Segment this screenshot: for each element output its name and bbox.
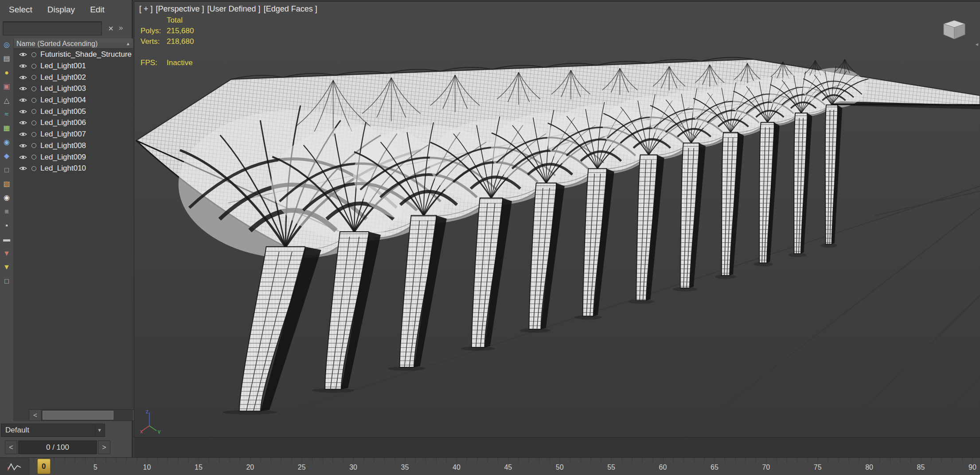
scene-item-label[interactable]: Led_Light001 bbox=[40, 62, 86, 70]
node-type-dot-icon[interactable] bbox=[31, 86, 36, 91]
toolbar-overflow-icon[interactable]: » bbox=[119, 23, 123, 32]
viewcube[interactable] bbox=[941, 18, 968, 41]
grid-view-icon[interactable]: ▪ bbox=[0, 221, 14, 230]
chevron-down-icon[interactable]: ▾ bbox=[95, 424, 104, 436]
containers-filter-icon[interactable]: □ bbox=[0, 165, 14, 175]
scene-item-label[interactable]: Futuristic_Shade_Structure bbox=[40, 50, 132, 59]
scene-item-row[interactable]: Led_Light008 bbox=[14, 140, 133, 152]
scene-item-row[interactable]: Led_Light010 bbox=[14, 163, 133, 175]
viewport-canvas[interactable] bbox=[134, 2, 980, 437]
scene-item-row[interactable]: Led_Light004 bbox=[14, 95, 133, 106]
spinner-value-field[interactable]: 0 / 100 bbox=[18, 440, 97, 454]
lights-filter-icon[interactable]: ● bbox=[0, 68, 14, 78]
preset-dropdown-value: Default bbox=[5, 426, 29, 434]
scene-item-label[interactable]: Led_Light010 bbox=[40, 164, 86, 173]
spinner-increment-button[interactable]: > bbox=[98, 440, 110, 454]
spinner-decrement-button[interactable]: < bbox=[5, 440, 17, 454]
visibility-eye-icon[interactable] bbox=[19, 155, 27, 160]
node-type-dot-icon[interactable] bbox=[31, 143, 36, 148]
filter-custom-icon[interactable]: ▼ bbox=[0, 262, 14, 272]
preset-dropdown[interactable]: Default ▾ bbox=[1, 424, 105, 437]
timeline-tick-label: 25 bbox=[298, 463, 306, 471]
viewport-camera-menu[interactable]: [User Defined ] bbox=[207, 4, 261, 14]
viewport-pov-menu[interactable]: [Perspective ] bbox=[156, 4, 204, 14]
viewport-shading-menu[interactable]: [Edged Faces ] bbox=[264, 4, 317, 14]
scene-item-label[interactable]: Led_Light009 bbox=[40, 153, 86, 162]
stats-total-label: Total bbox=[167, 16, 183, 25]
visibility-eye-icon[interactable] bbox=[19, 97, 27, 103]
node-type-dot-icon[interactable] bbox=[31, 52, 36, 57]
shapes-filter-icon[interactable]: ◉ bbox=[0, 137, 14, 147]
scene-item-label[interactable]: Led_Light004 bbox=[40, 96, 86, 105]
scrollbar-thumb[interactable] bbox=[43, 411, 113, 420]
timeline-ruler[interactable]: 0 5 10 15 20 25 30 35 40 45 50 55 bbox=[0, 457, 980, 475]
new-set-icon[interactable]: □ bbox=[0, 276, 14, 286]
node-type-dot-icon[interactable] bbox=[31, 155, 36, 160]
scene-item-label[interactable]: Led_Light005 bbox=[40, 107, 86, 116]
geometry-filter-icon[interactable]: ▦ bbox=[0, 123, 14, 133]
viewport-expand-arrow-icon[interactable]: ◂ bbox=[975, 41, 978, 47]
scene-item-row[interactable]: Led_Light002 bbox=[14, 72, 133, 83]
time-slider[interactable]: 0 bbox=[37, 459, 51, 474]
visibility-eye-icon[interactable] bbox=[19, 120, 27, 125]
scene-item-label[interactable]: Led_Light008 bbox=[40, 141, 86, 150]
layers-icon[interactable]: ▤ bbox=[0, 54, 14, 63]
helpers-filter-icon[interactable]: △ bbox=[0, 96, 14, 105]
visibility-toggle-icon[interactable]: ◉ bbox=[0, 193, 14, 202]
spacewarps-filter-icon[interactable]: ≈ bbox=[0, 109, 14, 119]
cameras-filter-icon[interactable]: ▣ bbox=[0, 82, 14, 91]
scene-item-row[interactable]: Futuristic_Shade_Structure bbox=[14, 49, 133, 61]
timeline-tick-label: 20 bbox=[246, 463, 254, 471]
scene-item-label[interactable]: Led_Light003 bbox=[40, 84, 86, 93]
node-type-dot-icon[interactable] bbox=[31, 75, 36, 80]
menu-select[interactable]: Select bbox=[9, 5, 32, 15]
perspective-viewport[interactable]: [ + ] [Perspective ] [User Defined ] [Ed… bbox=[134, 2, 980, 437]
name-column-header[interactable]: Name (Sorted Ascending) ▲ bbox=[14, 39, 133, 49]
scene-item-label[interactable]: Led_Light007 bbox=[40, 130, 86, 139]
scroll-left-button[interactable]: < bbox=[29, 410, 42, 420]
scene-item-row[interactable]: Led_Light009 bbox=[14, 152, 133, 163]
node-type-dot-icon[interactable] bbox=[31, 121, 36, 125]
explorer-search: × » bbox=[3, 21, 133, 35]
xref-filter-icon[interactable]: ▧ bbox=[0, 179, 14, 189]
scrollbar-track[interactable] bbox=[42, 410, 132, 420]
explorer-search-input[interactable] bbox=[3, 21, 102, 35]
visibility-eye-icon[interactable] bbox=[19, 86, 27, 91]
visibility-eye-icon[interactable] bbox=[19, 143, 27, 148]
axis-x-label: x bbox=[140, 428, 143, 434]
timeline-tick-label: 35 bbox=[401, 463, 409, 471]
timeline-tick-label: 50 bbox=[556, 463, 564, 471]
viewport-general-menu[interactable]: [ + ] bbox=[139, 4, 153, 14]
scene-item-row[interactable]: Led_Light007 bbox=[14, 129, 133, 140]
scene-item-row[interactable]: Led_Light001 bbox=[14, 61, 133, 72]
scene-item-label[interactable]: Led_Light006 bbox=[40, 118, 86, 127]
node-type-dot-icon[interactable] bbox=[31, 64, 36, 69]
materials-filter-icon[interactable]: ◆ bbox=[0, 151, 14, 161]
timeline-tick-label: 10 bbox=[143, 463, 151, 471]
node-type-dot-icon[interactable] bbox=[31, 98, 36, 103]
list-view-icon[interactable]: ≡ bbox=[0, 207, 14, 217]
visibility-eye-icon[interactable] bbox=[19, 109, 27, 114]
sort-ascending-icon: ▲ bbox=[126, 39, 130, 49]
visibility-eye-icon[interactable] bbox=[19, 166, 27, 171]
scene-item-row[interactable]: Led_Light003 bbox=[14, 83, 133, 95]
menu-display[interactable]: Display bbox=[47, 5, 75, 15]
explorer-h-scrollbar[interactable]: < > bbox=[29, 409, 145, 421]
scene-item-row[interactable]: Led_Light006 bbox=[14, 117, 133, 129]
visibility-eye-icon[interactable] bbox=[19, 52, 27, 57]
filter-selected-icon[interactable]: ▼ bbox=[0, 249, 14, 258]
sort-mode-icon[interactable]: ▬ bbox=[0, 234, 14, 244]
stats-verts-label: Verts: bbox=[141, 37, 160, 46]
visibility-eye-icon[interactable] bbox=[19, 75, 27, 80]
visibility-eye-icon[interactable] bbox=[19, 132, 27, 137]
node-type-dot-icon[interactable] bbox=[31, 132, 36, 137]
node-type-dot-icon[interactable] bbox=[31, 166, 36, 171]
pick-filter-icon[interactable]: ◎ bbox=[0, 40, 14, 50]
node-type-dot-icon[interactable] bbox=[31, 109, 36, 114]
scene-item-label[interactable]: Led_Light002 bbox=[40, 73, 86, 82]
stats-verts-value: 218,680 bbox=[167, 37, 194, 46]
search-clear-icon[interactable]: × bbox=[105, 23, 116, 34]
visibility-eye-icon[interactable] bbox=[19, 63, 27, 69]
menu-edit[interactable]: Edit bbox=[90, 5, 105, 15]
scene-item-row[interactable]: Led_Light005 bbox=[14, 106, 133, 117]
